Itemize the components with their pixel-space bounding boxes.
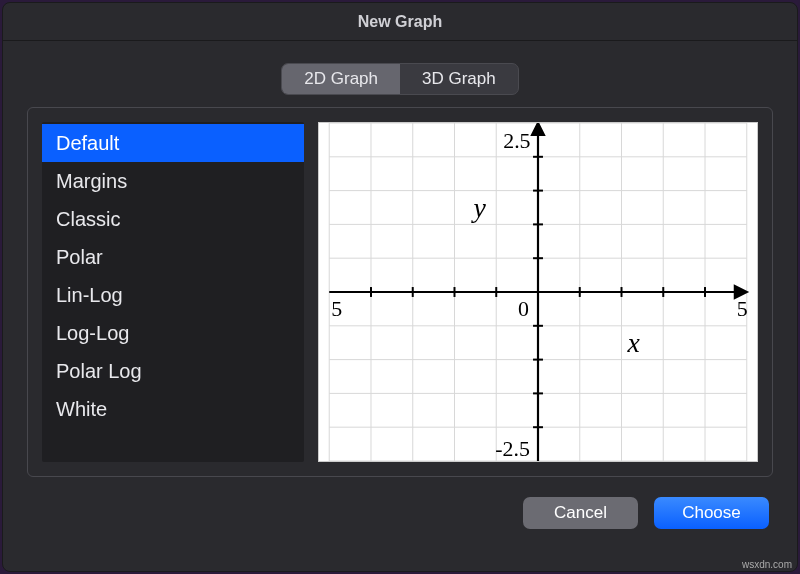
y-tick-bottom: -2.5 <box>495 437 530 461</box>
x-tick-right-edge: 5 <box>737 297 748 321</box>
titlebar: New Graph <box>3 3 797 41</box>
choose-button[interactable]: Choose <box>654 497 769 529</box>
graph-preview-svg: 2.5 -2.5 0 5 5 y x <box>319 123 757 461</box>
watermark: wsxdn.com <box>742 559 792 570</box>
segment-group: 2D Graph 3D Graph <box>281 63 518 95</box>
y-axis-label: y <box>470 192 486 223</box>
list-item-log-log[interactable]: Log-Log <box>42 314 304 352</box>
list-item-margins[interactable]: Margins <box>42 162 304 200</box>
dialog-footer: Cancel Choose <box>3 477 797 549</box>
y-tick-top: 2.5 <box>503 129 530 153</box>
list-item-classic[interactable]: Classic <box>42 200 304 238</box>
x-axis-label: x <box>626 327 640 358</box>
tab-3d-graph[interactable]: 3D Graph <box>400 64 518 94</box>
template-list[interactable]: Default Margins Classic Polar Lin-Log Lo… <box>42 122 304 462</box>
content-box: Default Margins Classic Polar Lin-Log Lo… <box>27 107 773 477</box>
list-item-default[interactable]: Default <box>42 124 304 162</box>
svg-marker-25 <box>532 123 544 135</box>
x-tick-center: 0 <box>518 297 529 321</box>
graph-type-segmented: 2D Graph 3D Graph <box>3 41 797 107</box>
window-title: New Graph <box>358 13 442 31</box>
new-graph-dialog: New Graph 2D Graph 3D Graph Default Marg… <box>2 2 798 572</box>
graph-preview: 2.5 -2.5 0 5 5 y x <box>318 122 758 462</box>
x-tick-left-edge: 5 <box>331 297 342 321</box>
list-item-polar-log[interactable]: Polar Log <box>42 352 304 390</box>
list-item-lin-log[interactable]: Lin-Log <box>42 276 304 314</box>
cancel-button[interactable]: Cancel <box>523 497 638 529</box>
list-item-polar[interactable]: Polar <box>42 238 304 276</box>
list-item-white[interactable]: White <box>42 390 304 428</box>
tab-2d-graph[interactable]: 2D Graph <box>282 64 400 94</box>
